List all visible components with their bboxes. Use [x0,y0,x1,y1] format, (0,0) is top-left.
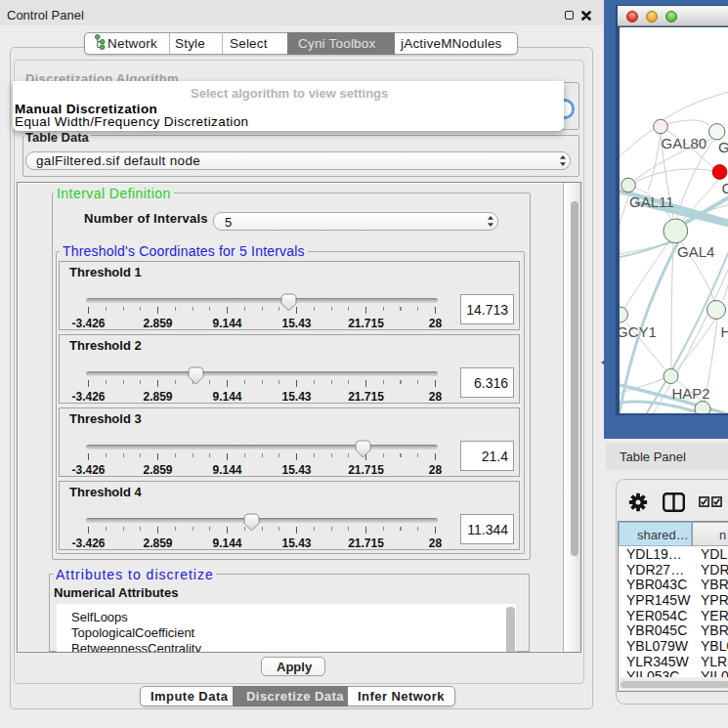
svg-text:GA: GA [718,139,728,155]
svg-text:GCY1: GCY1 [620,323,657,340]
svg-text:GAL80: GAL80 [661,135,707,151]
svg-text:C: C [721,180,728,196]
svg-text:H: H [720,323,728,340]
svg-text:GAL11: GAL11 [629,193,674,210]
svg-text:HAP2: HAP2 [671,385,709,402]
svg-text:GAL4: GAL4 [677,243,714,260]
